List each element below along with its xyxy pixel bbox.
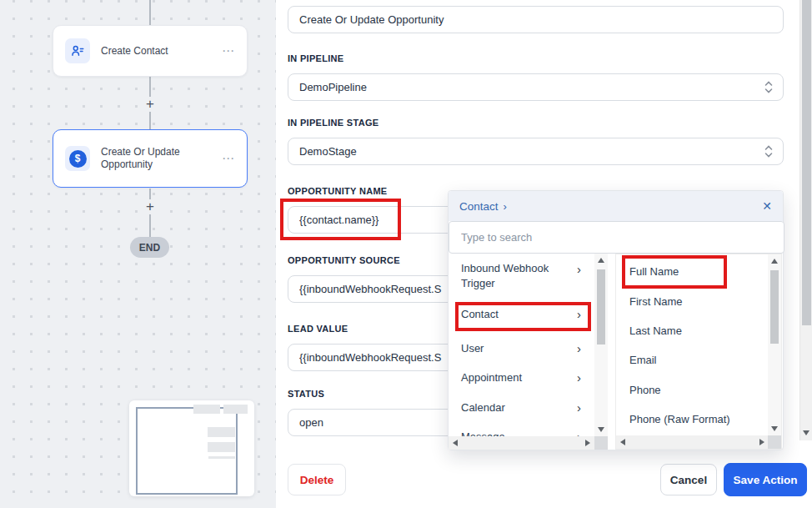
chevron-right-icon: › [577,430,581,436]
node-create-or-update-opportunity[interactable]: $ Create Or Update Opportunity ⋯ [53,129,248,188]
scroll-down-arrow-icon[interactable] [771,426,778,431]
picker-category-contact[interactable]: Contact › [449,307,594,322]
picker-field-phone-raw[interactable]: Phone (Raw Format) [616,412,769,427]
scroll-up-arrow-icon[interactable] [771,259,778,264]
field-label-in-pipeline: IN PIPELINE [288,53,784,64]
chevron-right-icon: › [577,400,581,415]
picker-category-inbound-webhook-trigger[interactable]: Inbound Webhook Trigger › [449,261,594,291]
contact-card-icon [65,38,90,63]
cancel-button[interactable]: Cancel [660,464,717,495]
picker-category-user[interactable]: User › [449,341,594,356]
panel-scrollbar[interactable] [799,0,812,440]
picker-fields-column: Full Name First Name Last Name Email Pho… [615,254,782,450]
picker-body: Inbound Webhook Trigger › Contact › User… [449,254,783,450]
minimap-block [193,405,220,414]
action-name-input[interactable] [288,6,784,33]
panel-scrollbar-thumb[interactable] [802,0,811,325]
fields-hscrollbar[interactable] [616,435,769,449]
picker-categories-column: Inbound Webhook Trigger › Contact › User… [449,254,608,450]
workflow-canvas[interactable]: Create Contact ⋯ + $ Create Or Update Op… [0,0,276,508]
picker-breadcrumb[interactable]: Contact [459,200,499,213]
scroll-left-arrow-icon[interactable] [453,440,458,446]
close-icon[interactable]: ✕ [762,199,772,213]
minimap-block [208,442,235,452]
chevron-right-icon: › [577,307,581,322]
scrollbar-thumb[interactable] [597,269,605,345]
scroll-down-arrow-icon[interactable] [598,427,604,432]
scrollbar-corner [594,436,608,450]
in-pipeline-select[interactable] [288,73,784,101]
minimap-block [208,456,235,459]
delete-button[interactable]: Delete [288,464,346,495]
connector-line [149,0,151,25]
scroll-right-arrow-icon[interactable] [585,440,590,446]
picker-header: Contact › ✕ [449,191,783,221]
scrollbar-thumb[interactable] [770,270,779,344]
picker-search-input[interactable] [449,221,784,254]
in-pipeline-stage-select[interactable] [288,138,784,165]
node-label: Create Contact [101,45,203,58]
add-action-button[interactable]: + [143,199,158,214]
categories-scrollbar[interactable] [594,254,608,436]
picker-category-appointment[interactable]: Appointment › [449,370,594,385]
workflow-end-marker: END [130,237,169,258]
picker-fields-list: Full Name First Name Last Name Email Pho… [616,254,769,435]
minimap-block [223,405,248,414]
chevron-right-icon: › [577,262,581,277]
scrollbar-corner [768,435,781,449]
chevron-right-icon: › [504,200,507,213]
picker-field-first-name[interactable]: First Name [616,294,769,309]
custom-values-picker: Contact › ✕ Inbound Webhook Trigger › Co… [448,190,784,450]
scroll-right-arrow-icon[interactable] [759,439,764,445]
scroll-down-arrow-icon[interactable] [803,430,809,435]
fields-scrollbar[interactable] [768,254,781,435]
picker-field-email[interactable]: Email [616,353,769,368]
scroll-up-arrow-icon[interactable] [598,258,604,263]
chevron-right-icon: › [577,341,581,356]
picker-category-calendar[interactable]: Calendar › [449,400,594,415]
minimap-block [208,427,235,437]
picker-categories-list: Inbound Webhook Trigger › Contact › User… [449,254,594,436]
picker-field-last-name[interactable]: Last Name [616,324,769,339]
chevron-right-icon: › [577,370,581,385]
canvas-minimap[interactable] [129,400,254,496]
field-label-in-pipeline-stage: IN PIPELINE STAGE [288,117,784,128]
picker-field-phone[interactable]: Phone [616,383,769,398]
node-options-icon[interactable]: ⋯ [222,151,235,166]
node-options-icon[interactable]: ⋯ [222,43,235,58]
scroll-left-arrow-icon[interactable] [620,439,625,445]
picker-category-message[interactable]: Message › [449,430,594,436]
workflow-builder-window: Create Contact ⋯ + $ Create Or Update Op… [0,0,812,508]
categories-hscrollbar[interactable] [449,436,594,450]
save-action-button[interactable]: Save Action [724,463,807,496]
node-label: Create Or Update Opportunity [101,146,203,171]
add-action-button[interactable]: + [143,97,158,112]
dollar-icon: $ [65,146,90,171]
node-create-contact[interactable]: Create Contact ⋯ [53,25,248,77]
picker-field-full-name[interactable]: Full Name [616,264,769,279]
